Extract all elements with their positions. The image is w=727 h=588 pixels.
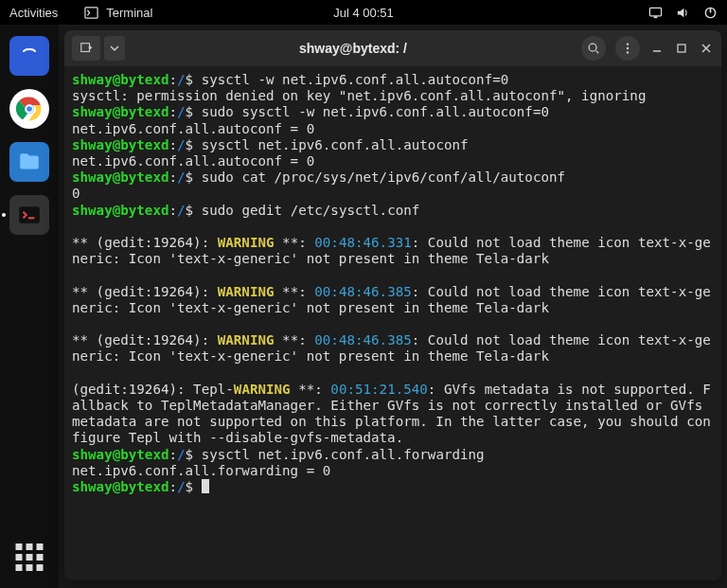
chevron-down-icon bbox=[110, 44, 119, 53]
output-line: net.ipv6.conf.all.forwarding = 0 bbox=[72, 463, 714, 479]
prompt-line: shway@bytexd:/$ sudo sysctl -w net.ipv6.… bbox=[72, 104, 714, 120]
output-line: net.ipv6.conf.all.autoconf = 0 bbox=[72, 153, 714, 169]
chrome-icon bbox=[15, 95, 44, 123]
svg-point-7 bbox=[26, 105, 33, 113]
output-line: net.ipv6.conf.all.autoconf = 0 bbox=[72, 121, 714, 137]
prompt-line: shway@bytexd:/$ sysctl -w net.ipv6.conf.… bbox=[72, 72, 714, 88]
prompt-line: shway@bytexd:/$ sudo cat /proc/sys/net/i… bbox=[72, 169, 714, 186]
svg-rect-1 bbox=[649, 8, 661, 15]
screen-icon bbox=[648, 6, 663, 20]
maximize-button[interactable] bbox=[674, 41, 689, 56]
dock-item-shopping[interactable] bbox=[9, 36, 49, 76]
svg-rect-8 bbox=[19, 206, 40, 223]
prompt-line: shway@bytexd:/$ sysctl net.ipv6.conf.all… bbox=[72, 137, 714, 153]
svg-point-15 bbox=[627, 43, 629, 45]
close-icon bbox=[700, 43, 712, 54]
new-tab-icon bbox=[80, 42, 93, 55]
kebab-icon bbox=[621, 42, 634, 55]
dock bbox=[0, 25, 59, 588]
tab-dropdown-button[interactable] bbox=[104, 36, 125, 61]
clock[interactable]: Jul 4 00:51 bbox=[333, 6, 394, 20]
system-tray[interactable] bbox=[648, 6, 718, 20]
power-icon bbox=[703, 6, 718, 20]
warning-line: ** (gedit:19264): WARNING **: 00:48:46.3… bbox=[72, 235, 714, 267]
terminal-window: shway@bytexd: / shway@bytexd:/$ sysctl -… bbox=[64, 30, 721, 580]
files-icon bbox=[17, 150, 42, 174]
dock-item-chrome[interactable] bbox=[9, 89, 49, 129]
dock-item-files[interactable] bbox=[9, 142, 49, 182]
warning-line: ** (gedit:19264): WARNING **: 00:48:46.3… bbox=[72, 332, 714, 365]
svg-rect-2 bbox=[654, 16, 658, 18]
svg-point-17 bbox=[627, 51, 629, 53]
activities-button[interactable]: Activities bbox=[9, 6, 58, 20]
svg-point-13 bbox=[589, 44, 596, 51]
gnome-topbar: Activities Terminal Jul 4 00:51 bbox=[0, 0, 727, 25]
svg-rect-10 bbox=[81, 44, 90, 52]
close-button[interactable] bbox=[699, 41, 714, 56]
svg-line-14 bbox=[596, 51, 599, 54]
warning-line: ** (gedit:19264): WARNING **: 00:48:46.3… bbox=[72, 284, 714, 316]
topbar-app-indicator[interactable]: Terminal bbox=[84, 6, 152, 20]
blank-line bbox=[72, 365, 714, 382]
menu-button[interactable] bbox=[615, 36, 640, 61]
blank-line bbox=[72, 267, 714, 283]
minimize-button[interactable] bbox=[649, 41, 665, 56]
new-tab-button[interactable] bbox=[72, 36, 100, 61]
terminal-icon bbox=[84, 6, 98, 20]
svg-rect-0 bbox=[85, 7, 98, 17]
dock-item-terminal[interactable] bbox=[9, 195, 49, 235]
titlebar: shway@bytexd: / bbox=[64, 30, 721, 66]
prompt-line: shway@bytexd:/$ sudo gedit /etc/sysctl.c… bbox=[72, 203, 714, 219]
topbar-app-label: Terminal bbox=[106, 6, 152, 20]
prompt-line: shway@bytexd:/$ bbox=[72, 479, 714, 495]
terminal-output[interactable]: shway@bytexd:/$ sysctl -w net.ipv6.conf.… bbox=[64, 66, 721, 580]
cursor bbox=[202, 479, 209, 493]
terminal-app-icon bbox=[17, 203, 42, 227]
minimize-icon bbox=[651, 43, 663, 54]
bag-icon bbox=[18, 45, 41, 67]
show-applications-button[interactable] bbox=[16, 543, 44, 571]
warning-line: (gedit:19264): Tepl-WARNING **: 00:51:21… bbox=[72, 382, 714, 447]
search-icon bbox=[587, 42, 600, 55]
blank-line bbox=[72, 219, 714, 235]
svg-rect-19 bbox=[678, 45, 685, 52]
window-title: shway@bytexd: / bbox=[131, 41, 576, 56]
svg-point-16 bbox=[627, 47, 629, 49]
volume-icon bbox=[676, 6, 690, 20]
blank-line bbox=[72, 316, 714, 332]
search-button[interactable] bbox=[581, 36, 606, 61]
output-line: sysctl: permission denied on key "net.ip… bbox=[72, 88, 714, 104]
prompt-line: shway@bytexd:/$ sysctl net.ipv6.conf.all… bbox=[72, 447, 714, 463]
output-line: 0 bbox=[72, 186, 714, 202]
maximize-icon bbox=[676, 43, 687, 54]
